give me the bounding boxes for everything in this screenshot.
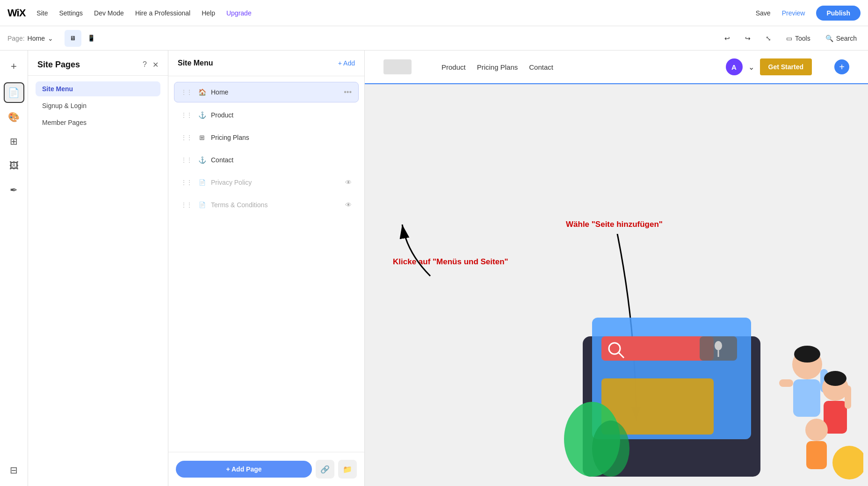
avatar: A <box>726 58 743 75</box>
undo-button[interactable]: ↩ <box>721 33 734 44</box>
tools-label: Tools <box>795 35 810 42</box>
pages-icon: 📄 <box>8 87 20 98</box>
sidebar-layers-button[interactable]: ⊟ <box>4 460 24 480</box>
site-navigation: Product Pricing Plans Contact <box>441 63 711 71</box>
preview-button[interactable]: Preview <box>782 9 805 17</box>
site-nav-pricing-plans[interactable]: Pricing Plans <box>477 63 518 71</box>
drag-handle-icon: ⋮⋮ <box>181 179 192 186</box>
layers-icon: ⊟ <box>10 464 18 476</box>
site-menu-title: Site Menu <box>178 59 213 67</box>
save-button[interactable]: Save <box>756 9 771 17</box>
publish-button[interactable]: Publish <box>816 6 861 21</box>
search-button[interactable]: 🔍 Search <box>822 33 861 44</box>
search-icon: 🔍 <box>825 35 833 42</box>
terms-conditions-label: Terms & Conditions <box>211 201 340 209</box>
media-icon: 🖼 <box>9 160 19 171</box>
privacy-policy-label: Privacy Policy <box>211 179 340 186</box>
drag-handle-icon: ⋮⋮ <box>181 202 192 208</box>
help-icon[interactable]: ? <box>143 60 147 69</box>
page-selector[interactable]: Page: Home ⌄ <box>7 35 53 42</box>
add-button[interactable]: + Add <box>338 59 355 67</box>
site-menu-panel: Site Menu + Add ⋮⋮ 🏠 Home ••• ⋮⋮ ⚓ Produ… <box>168 51 365 486</box>
plus-icon: + <box>11 60 17 73</box>
nav-dev-mode[interactable]: Dev Mode <box>94 9 124 17</box>
site-header-right: A ⌄ Get Started <box>726 58 812 75</box>
get-started-button[interactable]: Get Started <box>760 58 812 75</box>
compress-button[interactable]: ⤡ <box>762 33 775 44</box>
tab-signup-login[interactable]: Signup & Login <box>36 98 160 113</box>
nav-site[interactable]: Site <box>36 9 48 17</box>
home-menu-icon[interactable]: ••• <box>344 88 352 96</box>
sidebar-design-button[interactable]: 🎨 <box>4 107 24 127</box>
menu-item-home[interactable]: ⋮⋮ 🏠 Home ••• <box>174 82 359 102</box>
left-sidebar: + 📄 🎨 ⊞ 🖼 ✒ ⊟ <box>0 51 28 486</box>
svg-rect-21 <box>845 385 851 409</box>
site-menu-header: Site Menu + Add <box>168 51 364 76</box>
tools-button[interactable]: ▭ Tools <box>782 33 814 44</box>
sidebar-add-button[interactable]: + <box>4 56 24 77</box>
main-area: + 📄 🎨 ⊞ 🖼 ✒ ⊟ Site Pages ? ✕ <box>0 51 868 486</box>
search-label: Search <box>836 35 857 42</box>
nav-help[interactable]: Help <box>202 9 215 17</box>
close-icon[interactable]: ✕ <box>152 60 159 69</box>
anchor-icon-2: ⚓ <box>198 156 206 164</box>
arrow-to-sidebar <box>393 215 449 281</box>
panel-footer: + Add Page 🔗 📁 <box>168 452 364 486</box>
design-icon: 🎨 <box>8 111 20 123</box>
drag-handle-icon: ⋮⋮ <box>181 157 192 163</box>
nav-upgrade[interactable]: Upgrade <box>226 9 252 17</box>
eye-icon[interactable]: 👁 <box>345 179 352 186</box>
svg-rect-23 <box>806 441 827 469</box>
tab-member-pages[interactable]: Member Pages <box>36 115 160 130</box>
desktop-view-button[interactable]: 🖥 <box>65 30 81 47</box>
drag-handle-icon: ⋮⋮ <box>181 134 192 141</box>
grid-icon: ⊞ <box>198 134 206 141</box>
nav-hire-professional[interactable]: Hire a Professional <box>135 9 190 17</box>
compress-icon: ⤡ <box>766 35 771 42</box>
link-icon-button[interactable]: 🔗 <box>316 460 334 479</box>
svg-point-6 <box>715 341 722 350</box>
apps-icon: ⊞ <box>10 136 18 147</box>
mobile-view-button[interactable]: 📱 <box>83 30 100 47</box>
canvas-area: Product Pricing Plans Contact A ⌄ Get St… <box>365 51 868 486</box>
add-page-button[interactable]: + Add Page <box>176 461 312 478</box>
page-name: Home <box>28 35 45 42</box>
nav-settings[interactable]: Settings <box>59 9 83 17</box>
link-icon: 🔗 <box>320 465 330 474</box>
site-nav-product[interactable]: Product <box>441 63 466 71</box>
menu-item-terms-conditions[interactable]: ⋮⋮ 📄 Terms & Conditions 👁 <box>174 195 359 215</box>
sidebar-pages-button[interactable]: 📄 <box>4 82 24 103</box>
panel-tabs: Site Menu Signup & Login Member Pages <box>28 76 168 136</box>
menu-item-product[interactable]: ⋮⋮ ⚓ Product <box>174 105 359 125</box>
device-toggle: 🖥 📱 <box>65 30 100 47</box>
top-navigation: WiX Site Settings Dev Mode Hire a Profes… <box>0 0 868 26</box>
home-label: Home <box>211 88 339 96</box>
site-nav-contact[interactable]: Contact <box>529 63 553 71</box>
sidebar-media-button[interactable]: 🖼 <box>4 155 24 176</box>
tab-site-menu[interactable]: Site Menu <box>36 81 160 96</box>
drag-handle-icon: ⋮⋮ <box>181 112 192 118</box>
contact-label: Contact <box>211 156 352 164</box>
redo-icon: ↪ <box>745 35 751 42</box>
anchor-icon: ⚓ <box>198 111 206 119</box>
illustration-svg: 💬 <box>545 243 863 486</box>
menu-item-contact[interactable]: ⋮⋮ ⚓ Contact <box>174 150 359 170</box>
add-section-button[interactable]: + <box>834 59 849 74</box>
folder-icon-button[interactable]: 📁 <box>338 460 357 479</box>
chevron-down-icon[interactable]: ⌄ <box>748 63 754 72</box>
sidebar-apps-button[interactable]: ⊞ <box>4 131 24 152</box>
menu-items-list: ⋮⋮ 🏠 Home ••• ⋮⋮ ⚓ Product ⋮⋮ ⊞ Pricing … <box>168 76 364 452</box>
redo-button[interactable]: ↪ <box>741 33 754 44</box>
panel-title: Site Pages <box>37 60 80 70</box>
wix-logo: WiX <box>7 7 25 19</box>
pen-icon: ✒ <box>10 184 18 196</box>
menu-item-privacy-policy[interactable]: ⋮⋮ 📄 Privacy Policy 👁 <box>174 173 359 192</box>
svg-point-24 <box>832 446 863 479</box>
menu-item-pricing-plans[interactable]: ⋮⋮ ⊞ Pricing Plans <box>174 128 359 147</box>
svg-rect-16 <box>779 379 793 387</box>
drag-handle-icon: ⋮⋮ <box>181 89 192 95</box>
sidebar-pen-button[interactable]: ✒ <box>4 180 24 200</box>
svg-point-12 <box>592 421 629 477</box>
eye-icon-2[interactable]: 👁 <box>345 201 352 209</box>
canvas-content: Klicke auf "Menüs und Seiten" Wähle "Sei… <box>365 84 868 486</box>
